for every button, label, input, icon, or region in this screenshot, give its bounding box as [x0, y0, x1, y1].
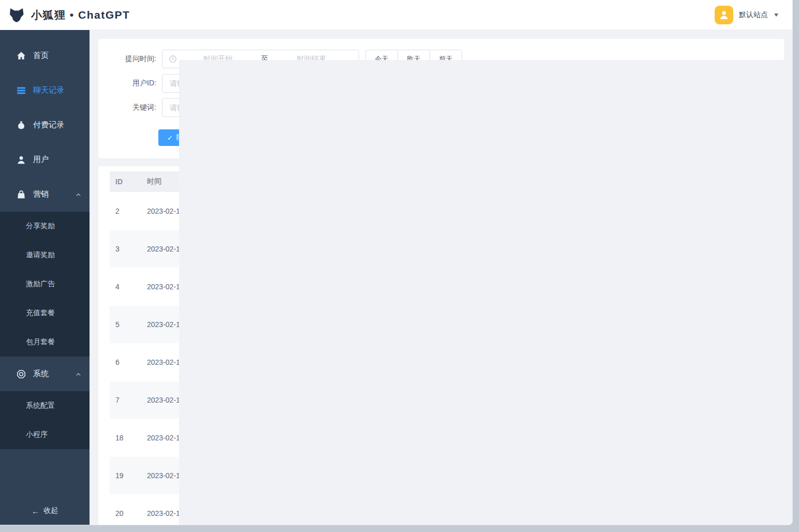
avatar[interactable] — [715, 6, 733, 24]
marketing-bag-icon — [16, 189, 26, 200]
submenu-item-label: 包月套餐 — [26, 337, 55, 347]
app-window: 小狐狸 • ChatGPT 默认站点 ▼ 首页 — [0, 0, 792, 525]
sidebar-group-marketing[interactable]: 营销 — [0, 177, 90, 212]
cell-content — [179, 60, 792, 525]
submenu-item-label: 系统配置 — [26, 401, 55, 410]
sidebar-item-mini-program[interactable]: 小程序 — [0, 420, 90, 449]
user-id-label: 用户ID: — [111, 79, 156, 88]
time-filter-label: 提问时间: — [111, 54, 156, 64]
sidebar-item-chat-log[interactable]: 聊天记录 — [0, 73, 90, 108]
check-icon: ✓ — [167, 134, 173, 142]
cell-id: 5 — [110, 306, 147, 343]
arrow-left-icon: ← — [32, 507, 39, 515]
site-switcher[interactable]: 默认站点 ▼ — [715, 6, 779, 24]
keyword-label: 关键词: — [111, 103, 156, 112]
app-title: 小狐狸 • ChatGPT — [31, 8, 130, 22]
cell-id: 18 — [110, 419, 147, 457]
main-content: 提问时间: 时间开始 至 时间结束 今天 昨天 前天 用户ID: — [90, 30, 792, 525]
clock-icon — [169, 55, 177, 63]
system-gear-icon — [16, 369, 26, 379]
cell-id: 2 — [110, 192, 147, 230]
money-bag-icon — [16, 120, 26, 130]
cell-id: 19 — [110, 457, 147, 494]
chat-records-table-panel: ID 时间 消耗tokens 用户 内容 2 2023-02-10 22:21:… — [98, 166, 784, 525]
sidebar: 首页 聊天记录 付费记录 — [0, 30, 90, 525]
system-submenu: 系统配置 小程序 — [0, 391, 90, 449]
sidebar-group-system[interactable]: 系统 — [0, 357, 90, 391]
chat-log-icon — [16, 85, 26, 96]
chevron-up-icon — [76, 372, 81, 377]
sidebar-menu: 首页 聊天记录 付费记录 — [0, 30, 90, 449]
submenu-item-label: 邀请奖励 — [26, 250, 55, 260]
marketing-submenu: 分享奖励 邀请奖励 激励广告 充值套餐 包月套餐 — [0, 212, 90, 357]
sidebar-item-label: 系统 — [33, 369, 49, 379]
sidebar-item-label: 首页 — [33, 51, 49, 61]
cell-id: 6 — [110, 343, 147, 381]
sidebar-item-payment-log[interactable]: 付费记录 — [0, 108, 90, 142]
sidebar-item-invite-reward[interactable]: 邀请奖励 — [0, 241, 90, 270]
sidebar-item-label: 聊天记录 — [33, 85, 64, 95]
sidebar-item-share-reward[interactable]: 分享奖励 — [0, 212, 90, 241]
sidebar-item-home[interactable]: 首页 — [0, 38, 90, 73]
sidebar-item-users[interactable]: 用户 — [0, 142, 90, 177]
home-icon — [16, 51, 26, 61]
cell-id: 20 — [110, 494, 147, 525]
top-bar: 小狐狸 • ChatGPT 默认站点 ▼ — [0, 0, 792, 30]
user-icon — [16, 155, 26, 165]
column-header-id: ID — [110, 171, 147, 192]
submenu-item-label: 充值套餐 — [26, 308, 55, 318]
sidebar-item-recharge-package[interactable]: 充值套餐 — [0, 299, 90, 328]
submenu-item-label: 分享奖励 — [26, 221, 55, 231]
logo: 小狐狸 • ChatGPT — [7, 6, 130, 24]
submenu-item-label: 小程序 — [26, 430, 48, 439]
collapse-label: 收起 — [43, 506, 58, 515]
sidebar-item-label: 付费记录 — [33, 120, 64, 130]
sidebar-collapse-button[interactable]: ← 收起 — [0, 497, 90, 525]
chat-records-table: ID 时间 消耗tokens 用户 内容 2 2023-02-10 22:21:… — [110, 171, 773, 525]
person-icon — [718, 9, 730, 21]
site-name: 默认站点 — [739, 10, 768, 20]
sidebar-item-label: 用户 — [33, 155, 49, 165]
caret-down-icon: ▼ — [773, 12, 780, 18]
sidebar-item-system-config[interactable]: 系统配置 — [0, 391, 90, 420]
submenu-item-label: 激励广告 — [26, 279, 55, 289]
sidebar-item-incentive-ads[interactable]: 激励广告 — [0, 270, 90, 299]
cell-id: 7 — [110, 381, 147, 419]
fox-logo-icon — [7, 6, 26, 24]
cell-id: 4 — [110, 268, 147, 306]
cell-id: 3 — [110, 230, 147, 268]
chevron-up-icon — [76, 192, 81, 198]
sidebar-item-label: 营销 — [33, 189, 49, 199]
sidebar-item-monthly-package[interactable]: 包月套餐 — [0, 328, 90, 357]
